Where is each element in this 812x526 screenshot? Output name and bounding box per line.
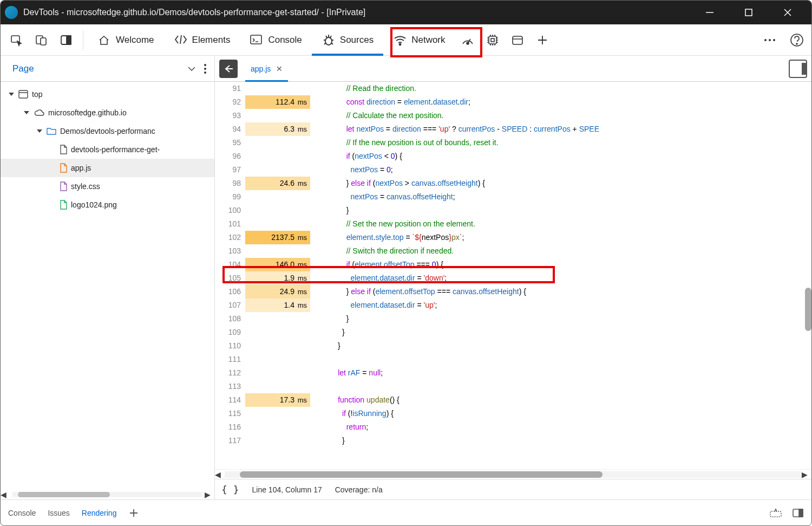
editor-vscrollbar[interactable] [805, 288, 811, 331]
close-tab-button[interactable]: ✕ [276, 64, 283, 73]
tab-sources[interactable]: Sources [312, 24, 383, 56]
code-line[interactable]: 104146.0 ms if (element.offsetTop === 0)… [215, 258, 811, 271]
code-line[interactable]: 108 } [215, 312, 811, 326]
sidebar-hscrollbar[interactable]: ◀ ▶ [1, 490, 214, 499]
drawer-expand-button[interactable] [769, 508, 782, 518]
line-timing: 146.0 ms [245, 258, 310, 271]
svg-rect-9 [251, 35, 261, 44]
code-line[interactable]: 1051.9 ms element.dataset.dir = 'down'; [215, 271, 811, 285]
tree-item-file[interactable]: devtools-performance-get- [1, 140, 214, 159]
tree-item-folder[interactable]: Demos/devtools-performanc [1, 122, 214, 140]
line-timing: 17.3 ms [245, 393, 310, 407]
code-line[interactable]: 116 return; [215, 420, 811, 434]
toggle-navigator-button[interactable] [219, 60, 238, 78]
code-editor[interactable]: 91 // Read the direction.92112.4 ms cons… [215, 82, 811, 469]
code-line[interactable]: 111 [215, 353, 811, 366]
inspect-button[interactable] [4, 28, 29, 53]
svg-point-23 [796, 43, 797, 44]
page-tab[interactable]: Page [8, 63, 38, 74]
code-line[interactable]: 96 if (nextPos < 0) { [215, 150, 811, 163]
svg-rect-33 [799, 509, 803, 517]
drawer-tab-rendering[interactable]: Rendering [82, 509, 117, 517]
line-number: 94 [215, 122, 245, 136]
code-line[interactable]: 117 } [215, 434, 811, 447]
code-line[interactable]: 97 nextPos = 0; [215, 163, 811, 177]
dock-button[interactable] [54, 28, 78, 53]
code-line[interactable]: 109 } [215, 326, 811, 339]
toggle-debugger-button[interactable] [789, 60, 807, 78]
code-line[interactable]: 1022137.5 ms element.style.top = `${next… [215, 231, 811, 244]
code-line[interactable]: 112 let rAF = null; [215, 366, 811, 380]
editor-tab-appjs[interactable]: app.js ✕ [245, 56, 288, 82]
code-line[interactable]: 110 } [215, 339, 811, 353]
tab-application[interactable] [505, 28, 530, 53]
line-number: 107 [215, 298, 245, 312]
tree-item-host[interactable]: microsoftedge.github.io [1, 103, 214, 122]
tab-memory[interactable] [480, 28, 505, 53]
tree-item-top[interactable]: top [1, 85, 214, 103]
svg-point-19 [764, 39, 767, 41]
code-text: } [321, 326, 811, 339]
code-line[interactable]: 100 } [215, 204, 811, 217]
file-tree[interactable]: top microsoftedge.github.io Demos/devtoo… [1, 82, 214, 490]
brackets-icon [174, 34, 187, 47]
chevron-down-icon [36, 128, 43, 134]
code-line[interactable]: 91 // Read the direction. [215, 82, 811, 95]
code-text: // Read the direction. [321, 82, 811, 95]
code-line[interactable]: 1071.4 ms element.dataset.dir = 'up'; [215, 298, 811, 312]
minimize-button[interactable] [698, 2, 722, 23]
code-line[interactable]: 95 // If the new position is out of boun… [215, 136, 811, 150]
drawer-tab-issues[interactable]: Issues [48, 509, 69, 517]
tab-performance[interactable] [455, 28, 480, 53]
code-line[interactable]: 10624.9 ms } else if (element.offsetTop … [215, 285, 811, 298]
add-tab-button[interactable] [530, 28, 555, 53]
code-line[interactable]: 101 // Set the new position on the eleme… [215, 217, 811, 231]
code-line[interactable]: 103 // Switch the direction if needed. [215, 244, 811, 258]
device-toolbar-button[interactable] [29, 28, 54, 53]
tab-console[interactable]: Console [240, 24, 311, 56]
code-line[interactable]: 946.3 ms let nextPos = direction === 'up… [215, 122, 811, 136]
code-line[interactable]: 92112.4 ms const direction = element.dat… [215, 95, 811, 109]
tree-item-file[interactable]: style.css [1, 177, 214, 196]
help-button[interactable] [785, 29, 808, 51]
code-text: } else if (element.offsetTop === canvas.… [321, 285, 811, 298]
main-toolbar: Welcome Elements Console Sources Network [1, 24, 811, 56]
drawer-tab-console[interactable]: Console [8, 509, 36, 517]
line-number: 91 [215, 82, 245, 95]
more-button[interactable] [758, 29, 781, 51]
line-number: 109 [215, 326, 245, 339]
code-line[interactable]: 93 // Calculate the next position. [215, 109, 811, 122]
code-line[interactable]: 11417.3 ms function update() { [215, 393, 811, 407]
window-icon [18, 89, 29, 99]
code-line[interactable]: 9824.6 ms } else if (nextPos > canvas.of… [215, 177, 811, 190]
line-number: 100 [215, 204, 245, 217]
code-text: if (!isRunning) { [321, 407, 811, 420]
tab-welcome[interactable]: Welcome [88, 24, 164, 56]
tree-item-file[interactable]: logo1024.png [1, 196, 214, 214]
code-text: } [321, 312, 811, 326]
tab-network[interactable]: Network [383, 24, 455, 56]
editor-hscrollbar[interactable]: ◀ ▶ [215, 469, 811, 479]
svg-rect-8 [67, 36, 71, 44]
line-timing: 24.6 ms [245, 177, 310, 190]
drawer-dock-button[interactable] [792, 508, 804, 518]
code-text: let rAF = null; [321, 366, 811, 380]
navigator-dropdown[interactable] [187, 66, 196, 72]
line-number: 96 [215, 150, 245, 163]
tab-elements[interactable]: Elements [164, 24, 240, 56]
close-button[interactable] [776, 2, 800, 23]
code-text: const direction = element.dataset.dir; [321, 95, 811, 109]
line-number: 108 [215, 312, 245, 326]
drawer-add-tab-button[interactable] [128, 508, 139, 518]
maximize-button[interactable] [737, 2, 761, 23]
pretty-print-button[interactable]: { } [221, 484, 239, 495]
code-line[interactable]: 99 nextPos = canvas.offsetHeight; [215, 190, 811, 204]
line-number: 101 [215, 217, 245, 231]
editor-area: app.js ✕ 91 // Read the direction.92112.… [215, 56, 811, 499]
file-icon [59, 144, 68, 155]
tree-item-file[interactable]: app.js [1, 159, 214, 177]
code-line[interactable]: 113 [215, 380, 811, 393]
svg-point-20 [769, 39, 771, 41]
navigator-more-button[interactable] [204, 63, 207, 74]
code-line[interactable]: 115 if (!isRunning) { [215, 407, 811, 420]
